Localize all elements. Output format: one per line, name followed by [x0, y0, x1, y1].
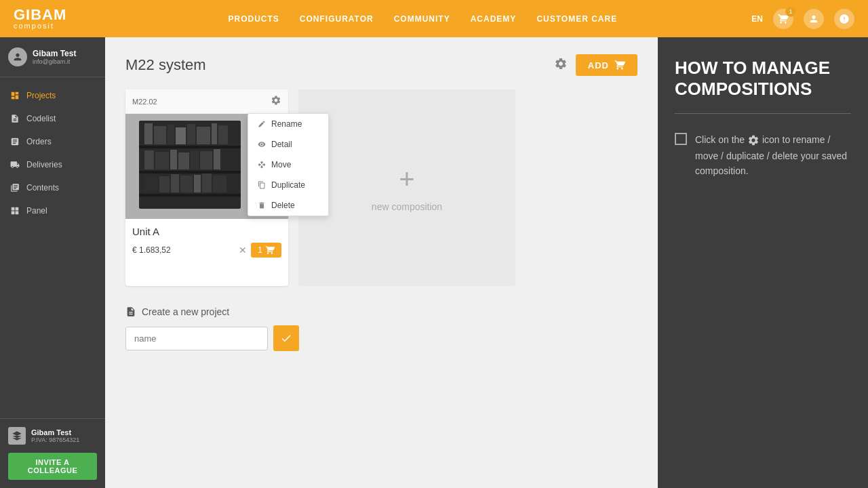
svg-rect-18 [200, 151, 212, 169]
menu-label-delete: Delete [271, 201, 295, 210]
logo[interactable]: GIBAM composit [14, 7, 66, 30]
svg-rect-12 [218, 125, 228, 144]
card-price: € 1.683,52 [132, 245, 171, 255]
svg-rect-3 [139, 171, 241, 174]
cart-icon-btn[interactable]: 1 [773, 9, 793, 29]
svg-rect-4 [139, 194, 241, 197]
sidebar-item-label-deliveries: Deliveries [26, 160, 62, 169]
svg-rect-22 [171, 174, 179, 192]
confirm-project-button[interactable] [273, 325, 299, 351]
settings-gear-button[interactable] [554, 57, 568, 74]
create-project-label: Create a new project [142, 306, 229, 317]
card-id: M22.02 [132, 98, 157, 106]
sidebar-item-label-orders: Orders [26, 137, 52, 146]
svg-rect-9 [187, 124, 195, 144]
svg-rect-25 [202, 174, 212, 192]
content-header: M22 system ADD [125, 54, 637, 76]
svg-rect-6 [154, 126, 166, 144]
new-composition-card[interactable]: + new composition [298, 89, 515, 286]
nav-item-products[interactable]: PRODUCTS [228, 14, 279, 24]
cart-qty-button[interactable]: 1 [251, 243, 281, 258]
menu-item-delete[interactable]: Delete [248, 195, 328, 216]
svg-rect-10 [197, 127, 210, 144]
menu-item-duplicate[interactable]: Duplicate [248, 175, 328, 195]
svg-rect-17 [191, 150, 199, 169]
svg-rect-23 [180, 176, 193, 192]
sidebar-item-contents[interactable]: Contents [0, 176, 105, 199]
menu-item-detail[interactable]: Detail [248, 134, 328, 155]
svg-rect-15 [170, 150, 177, 169]
sidebar-item-label-codelist: Codelist [26, 114, 56, 123]
company-vat: P.IVA: 987654321 [31, 436, 79, 443]
cart-qty: 1 [258, 245, 262, 255]
nav-item-configurator[interactable]: CONFIGURATOR [300, 14, 374, 24]
nav-item-academy[interactable]: ACADEMY [471, 14, 517, 24]
menu-label-rename: Rename [271, 119, 302, 129]
svg-rect-8 [176, 127, 186, 144]
svg-rect-24 [194, 175, 201, 192]
card-settings-button[interactable] [271, 95, 281, 108]
svg-rect-13 [144, 150, 154, 169]
user-text: Gibam Test info@gibam.it [33, 49, 76, 65]
gear-icon [747, 131, 760, 148]
tip-text-before: Click on the [695, 134, 745, 145]
svg-rect-2 [139, 146, 241, 148]
context-menu: Rename Detail Move Duplicate [248, 113, 329, 216]
sidebar-item-deliveries[interactable]: Deliveries [0, 153, 105, 176]
menu-label-detail: Detail [271, 140, 292, 149]
nav-item-community[interactable]: COMMUNITY [394, 14, 450, 24]
panel-title: HOW TO MANAGE COMPOSITIONS [675, 58, 851, 100]
company-text: Gibam Test P.IVA: 987654321 [31, 428, 79, 443]
logo-main: GIBAM [14, 7, 66, 22]
sidebar-item-projects[interactable]: Projects [0, 84, 105, 107]
menu-item-move[interactable]: Move [248, 155, 328, 175]
invite-colleague-button[interactable]: INVITE ACOLLEAGUE [8, 453, 97, 480]
card-footer: Unit A € 1.683,52 ✕ 1 [125, 219, 288, 264]
user-info: Gibam Test info@gibam.it [0, 37, 105, 77]
svg-rect-7 [167, 125, 174, 144]
sidebar-bottom: Gibam Test P.IVA: 987654321 INVITE ACOLL… [0, 418, 105, 488]
sidebar-item-panel[interactable]: Panel [0, 199, 105, 222]
sidebar-item-label-projects: Projects [26, 91, 56, 100]
page-title: M22 system [125, 56, 206, 74]
menu-item-rename[interactable]: Rename [248, 114, 328, 134]
remove-from-cart-button[interactable]: ✕ [239, 245, 247, 256]
add-btn-label: ADD [588, 60, 609, 70]
user-profile-btn[interactable] [804, 9, 824, 29]
sidebar: Gibam Test info@gibam.it Projects Codeli… [0, 37, 105, 488]
header: GIBAM composit PRODUCTSCONFIGURATORCOMMU… [0, 0, 868, 37]
logo-sub: composit [14, 22, 66, 30]
menu-label-move: Move [271, 160, 291, 169]
compositions-grid: M22.02 Rename Detail [125, 89, 637, 286]
user-email: info@gibam.it [33, 58, 76, 65]
tip-checkbox[interactable] [675, 133, 687, 145]
project-name-input[interactable] [125, 327, 268, 350]
svg-rect-26 [213, 176, 226, 192]
header-actions: ADD [554, 54, 637, 76]
new-composition-label: new composition [372, 201, 442, 212]
create-project-header: Create a new project [125, 306, 637, 317]
main-layout: Gibam Test info@gibam.it Projects Codeli… [0, 37, 868, 488]
right-panel: HOW TO MANAGE COMPOSITIONS Click on the … [658, 37, 868, 488]
nav-item-customer-care[interactable]: CUSTOMER CARE [536, 14, 617, 24]
svg-rect-16 [178, 152, 189, 169]
company-name: Gibam Test [31, 428, 79, 436]
add-button[interactable]: ADD [576, 54, 637, 76]
panel-tip: Click on the icon to rename / move / dup… [675, 131, 851, 178]
svg-rect-19 [214, 149, 220, 169]
company-icon [8, 427, 26, 445]
card-actions: ✕ 1 [239, 243, 281, 258]
sidebar-item-orders[interactable]: Orders [0, 130, 105, 153]
card-name: Unit A [132, 226, 281, 237]
sidebar-item-codelist[interactable]: Codelist [0, 107, 105, 130]
notifications-icon-btn[interactable] [834, 9, 854, 29]
svg-rect-11 [212, 123, 217, 144]
user-name: Gibam Test [33, 49, 76, 58]
language-selector[interactable]: EN [751, 14, 763, 24]
create-project-section: Create a new project [125, 306, 637, 351]
svg-rect-14 [155, 152, 169, 169]
sidebar-nav: Projects Codelist Orders Deliveries Cont… [0, 77, 105, 418]
tip-text: Click on the icon to rename / move / dup… [695, 131, 851, 178]
svg-rect-20 [144, 175, 158, 192]
composition-card: M22.02 Rename Detail [125, 89, 288, 286]
